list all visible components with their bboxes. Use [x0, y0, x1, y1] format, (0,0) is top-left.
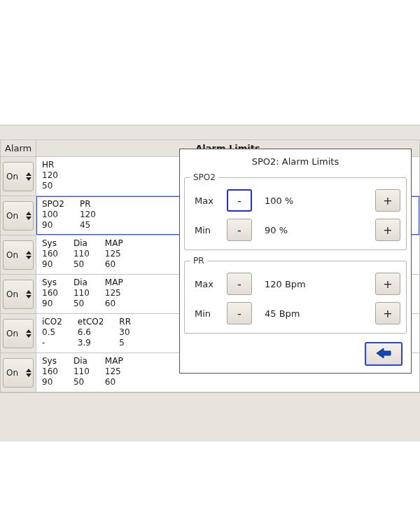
value-column: Dia11050 — [74, 238, 90, 270]
alarm-cell: On — [0, 353, 36, 392]
value-column-header: MAP — [105, 278, 123, 288]
decrement-button[interactable]: - — [227, 302, 252, 324]
value-column: MAP12560 — [105, 278, 123, 309]
value-high: 6.6 — [78, 327, 104, 338]
value-low: 60 — [105, 259, 123, 270]
increment-button[interactable]: + — [375, 273, 400, 295]
value-column-header: iCO2 — [42, 317, 62, 327]
up-down-icon — [26, 320, 33, 348]
value-low: 50 — [74, 377, 90, 388]
alarm-cell: On — [0, 196, 36, 235]
up-down-icon — [26, 163, 33, 191]
value-low: 90 — [42, 259, 58, 270]
value-column: PR12045 — [80, 199, 96, 231]
header-alarm: Alarm — [0, 140, 36, 156]
up-down-icon — [26, 359, 33, 387]
arrow-left-icon — [374, 347, 393, 362]
decrement-button[interactable]: - — [227, 219, 252, 241]
limit-value: 100 % — [258, 196, 370, 206]
value-column: Sys16090 — [42, 356, 58, 388]
value-high: 125 — [105, 367, 123, 377]
value-column-header: HR — [42, 160, 58, 170]
limit-group: PRMax-120 Bpm+Min-45 Bpm+ — [184, 256, 407, 334]
alarm-toggle[interactable]: On — [3, 162, 34, 191]
up-down-icon — [26, 202, 33, 230]
value-low: 90 — [42, 220, 64, 231]
value-high: 160 — [42, 367, 58, 377]
value-column-header: etCO2 — [78, 317, 104, 327]
limit-group-title: SPO2 — [190, 172, 218, 182]
dialog-title: SPO2: Alarm Limits — [184, 153, 407, 172]
value-high: 160 — [42, 288, 58, 299]
value-high: 100 — [42, 210, 64, 220]
value-high: 120 — [42, 170, 58, 181]
limit-row: Min-90 %+ — [190, 219, 400, 241]
alarm-toggle-label: On — [4, 172, 26, 182]
alarm-toggle-label: On — [4, 289, 26, 299]
limit-row: Max-100 %+ — [190, 189, 400, 212]
alarm-toggle-label: On — [4, 250, 26, 260]
value-low: 3.9 — [78, 338, 104, 348]
value-high: 125 — [105, 249, 123, 259]
back-button[interactable] — [365, 342, 402, 366]
value-high: 110 — [74, 249, 90, 259]
value-column-header: Dia — [74, 278, 90, 288]
limit-label: Min — [190, 308, 221, 319]
value-column: Sys16090 — [42, 278, 58, 309]
value-column-header: RR — [119, 317, 131, 327]
up-down-icon — [26, 280, 33, 308]
value-column: MAP12560 — [105, 238, 123, 270]
alarm-limits-dialog: SPO2: Alarm Limits SPO2Max-100 %+Min-90 … — [179, 149, 412, 374]
limit-value: 45 Bpm — [258, 308, 370, 319]
value-column-header: PR — [80, 199, 96, 210]
bottom-spacer — [0, 392, 420, 442]
value-low: 45 — [80, 220, 96, 231]
increment-button[interactable]: + — [375, 219, 400, 241]
up-down-icon — [26, 241, 33, 269]
value-high: 160 — [42, 249, 58, 259]
alarm-toggle[interactable]: On — [3, 280, 34, 309]
value-low: 90 — [42, 377, 58, 388]
increment-button[interactable]: + — [375, 302, 400, 324]
value-high: 125 — [105, 288, 123, 299]
value-column: MAP12560 — [105, 356, 123, 388]
alarm-toggle[interactable]: On — [3, 319, 34, 348]
value-low: 50 — [74, 259, 90, 270]
alarm-cell: On — [0, 235, 36, 274]
value-column-header: Sys — [42, 356, 58, 367]
alarm-toggle[interactable]: On — [3, 358, 34, 388]
increment-button[interactable]: + — [375, 189, 400, 212]
value-low: 60 — [105, 377, 123, 388]
value-low: - — [42, 338, 62, 348]
value-column-header: MAP — [105, 356, 123, 367]
limit-label: Max — [190, 196, 221, 206]
value-column-header: Sys — [42, 278, 58, 288]
value-column: HR12050 — [42, 160, 58, 191]
alarm-toggle[interactable]: On — [3, 240, 34, 270]
top-rule — [0, 125, 420, 140]
value-high: 30 — [119, 327, 131, 338]
value-column: Dia11050 — [74, 356, 90, 388]
value-column-header: MAP — [105, 238, 123, 249]
value-column: iCO20.5- — [42, 317, 62, 348]
limit-label: Max — [190, 279, 221, 289]
value-low: 90 — [42, 299, 58, 309]
value-low: 50 — [74, 299, 90, 309]
alarm-toggle[interactable]: On — [3, 201, 34, 231]
alarm-cell: On — [0, 275, 36, 313]
value-column: RR305 — [119, 317, 131, 348]
value-column-header: Sys — [42, 238, 58, 249]
alarm-toggle-label: On — [4, 329, 26, 338]
alarm-toggle-label: On — [4, 211, 26, 221]
value-column-header: Dia — [74, 238, 90, 249]
value-column: Sys16090 — [42, 238, 58, 270]
alarm-cell: On — [0, 157, 36, 196]
value-column: SPO210090 — [42, 199, 64, 231]
decrement-button[interactable]: - — [227, 189, 252, 212]
decrement-button[interactable]: - — [227, 273, 252, 295]
limit-label: Min — [190, 225, 221, 235]
limit-group-title: PR — [190, 256, 207, 266]
value-low: 60 — [105, 299, 123, 309]
value-column: Dia11050 — [74, 278, 90, 309]
value-column-header: Dia — [74, 356, 90, 367]
